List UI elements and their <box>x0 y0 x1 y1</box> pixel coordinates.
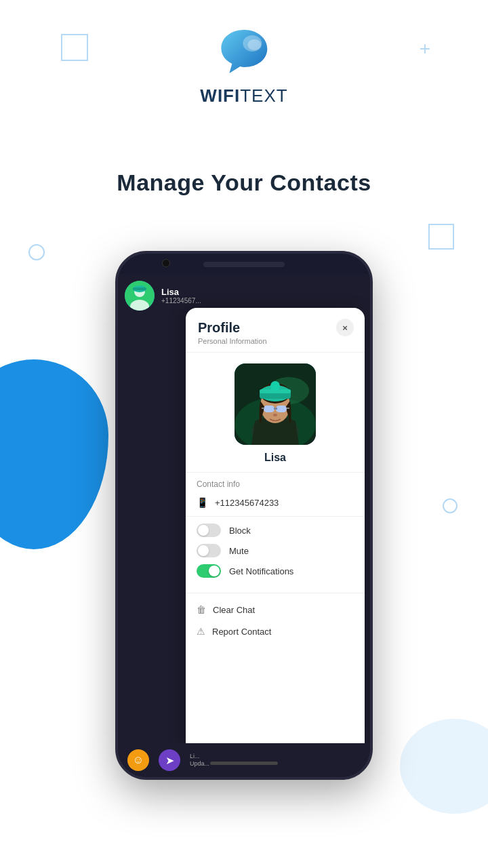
mute-toggle-knob <box>198 545 209 556</box>
modal-close-button[interactable]: × <box>336 319 354 336</box>
profile-name-modal: Lisa <box>264 452 286 464</box>
phone-home-indicator <box>210 762 278 765</box>
contact-card: Lisa +11234567... <box>125 281 201 311</box>
svg-rect-21 <box>287 408 289 409</box>
report-contact-row[interactable]: ⚠ Report Contact <box>197 620 354 642</box>
app-logo-area: WIFITEXT <box>200 24 287 106</box>
actions-section: 🗑 Clear Chat ⚠ Report Contact <box>186 593 365 648</box>
phone-mockup: Lisa +11234567... Profile Personal Infor… <box>115 251 373 780</box>
mute-toggle-row: Mute <box>197 544 354 557</box>
report-contact-icon: ⚠ <box>197 626 205 637</box>
logo-text-part: TEXT <box>240 85 287 106</box>
profile-modal: Profile Personal Information × <box>186 308 365 743</box>
phone-body: Lisa +11234567... Profile Personal Infor… <box>115 251 373 780</box>
app-logo-icon <box>217 24 271 79</box>
block-toggle[interactable] <box>197 524 221 537</box>
contact-phone-header: +11234567... <box>161 297 201 304</box>
phone-bottom-nav: ☺ ➤ Li...Upda... <box>118 743 370 777</box>
decorative-square-tl <box>61 34 88 61</box>
svg-point-16 <box>270 381 280 391</box>
block-toggle-knob <box>198 525 209 536</box>
notifications-toggle-knob <box>209 566 220 576</box>
svg-rect-23 <box>276 406 287 412</box>
mute-toggle-label: Mute <box>229 546 249 556</box>
nav-label: Li...Upda... <box>190 753 209 768</box>
profile-photo-area: Lisa <box>186 353 365 473</box>
phone-top-bar <box>203 262 285 267</box>
toggles-section: Block Mute <box>186 517 365 591</box>
decorative-circle-left <box>28 244 45 260</box>
block-toggle-row: Block <box>197 524 354 537</box>
phone-icon: 📱 <box>197 497 208 508</box>
logo-wifi: WIFI <box>200 85 240 106</box>
block-toggle-label: Block <box>229 526 251 536</box>
phone-screen: Lisa +11234567... Profile Personal Infor… <box>118 274 370 743</box>
modal-header: Profile Personal Information × <box>186 308 365 353</box>
profile-photo-svg <box>235 363 316 445</box>
svg-rect-6 <box>133 288 146 290</box>
contact-name-header: Lisa <box>161 287 201 297</box>
notifications-toggle-label: Get Notifications <box>229 566 293 576</box>
profile-photo <box>235 363 316 445</box>
mute-toggle[interactable] <box>197 544 221 557</box>
contact-info-header: Lisa +11234567... <box>161 287 201 304</box>
modal-title: Profile <box>198 320 352 336</box>
modal-subtitle: Personal Information <box>198 337 352 345</box>
section-contact-info-label: Contact info <box>186 473 365 493</box>
svg-rect-22 <box>264 406 274 412</box>
decorative-blob-bottom-right <box>400 719 488 814</box>
chat-background: Lisa +11234567... Profile Personal Infor… <box>118 274 370 743</box>
phone-number-row: 📱 +112345674233 <box>186 493 365 517</box>
clear-chat-icon: 🗑 <box>197 604 206 615</box>
clear-chat-row[interactable]: 🗑 Clear Chat <box>197 599 354 620</box>
emoji-nav-icon[interactable]: ☺ <box>127 749 149 771</box>
send-nav-icon[interactable]: ➤ <box>159 749 180 771</box>
svg-point-24 <box>273 414 277 416</box>
app-logo-text: WIFITEXT <box>200 85 287 106</box>
phone-camera <box>162 259 170 267</box>
phone-number-text: +112345674233 <box>215 498 279 508</box>
decorative-square-tr2 <box>428 224 454 250</box>
decorative-circle-right <box>443 498 458 513</box>
decorative-blob-left <box>0 359 108 549</box>
avatar-image <box>125 281 155 311</box>
clear-chat-label: Clear Chat <box>213 605 255 615</box>
notifications-toggle-row: Get Notifications <box>197 564 354 578</box>
contact-avatar <box>125 281 155 311</box>
decorative-plus-tr: + <box>420 39 430 58</box>
svg-point-1 <box>247 39 261 50</box>
page-headline: Manage Your Contacts <box>0 170 488 196</box>
report-contact-label: Report Contact <box>212 627 271 637</box>
notifications-toggle[interactable] <box>197 564 221 578</box>
